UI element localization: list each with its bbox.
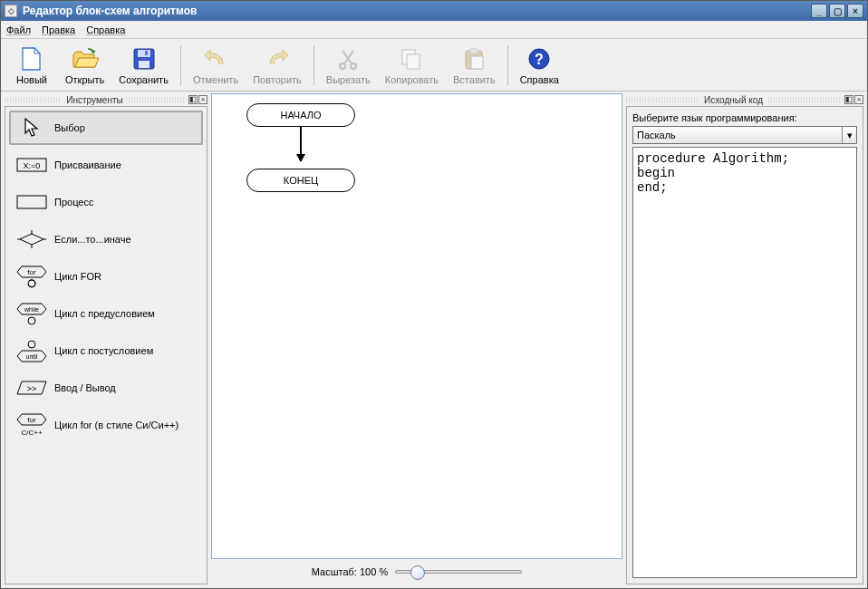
menu-file[interactable]: Файл	[6, 24, 31, 35]
code-panel-title: Исходный код	[699, 95, 768, 105]
redo-button[interactable]: Повторить	[246, 42, 308, 89]
svg-text:while: while	[24, 306, 39, 313]
minimize-button[interactable]: _	[811, 4, 827, 18]
flowchart-canvas[interactable]: НАЧАЛО КОНЕЦ	[211, 93, 622, 559]
scissors-icon	[334, 45, 362, 72]
paste-button[interactable]: Вставить	[447, 42, 502, 89]
panel-float-button[interactable]: ◧	[188, 95, 198, 104]
tool-process[interactable]: Процесс	[9, 185, 203, 219]
language-label: Выберите язык программирования:	[632, 112, 857, 123]
zoom-slider[interactable]	[395, 570, 522, 574]
io-icon: >>	[16, 379, 47, 397]
source-code-view[interactable]: procedure Algorithm; begin end;	[632, 147, 857, 578]
open-button[interactable]: Открыть	[59, 42, 111, 89]
help-icon: ?	[526, 45, 553, 72]
svg-rect-9	[470, 49, 477, 53]
paste-label: Вставить	[453, 74, 496, 85]
tool-until[interactable]: until Цикл с постусловием	[9, 333, 203, 368]
redo-label: Повторить	[253, 74, 302, 85]
app-icon: ◇	[5, 5, 17, 17]
decision-icon	[16, 230, 47, 248]
flow-node-end[interactable]: КОНЕЦ	[246, 169, 355, 192]
panel-close-button[interactable]: ×	[854, 95, 863, 104]
svg-marker-17	[20, 234, 43, 245]
zoom-label: Масштаб: 100 %	[312, 566, 388, 577]
for-c-icon: forC/C++	[16, 416, 47, 434]
svg-point-27	[28, 341, 35, 348]
copy-button[interactable]: Копировать	[379, 42, 445, 89]
panel-close-button[interactable]: ×	[198, 95, 207, 104]
menu-edit[interactable]: Правка	[42, 24, 75, 35]
tool-for[interactable]: for Цикл FOR	[9, 259, 203, 294]
canvas-panel: НАЧАЛО КОНЕЦ Масштаб: 100 %	[211, 93, 622, 584]
svg-text:until: until	[26, 353, 38, 360]
window-title: Редактор блок-схем алгоритмов	[23, 5, 811, 17]
svg-text:>>: >>	[27, 384, 37, 393]
for-loop-icon: for	[16, 267, 47, 285]
new-label: Новый	[16, 74, 47, 85]
tool-ifelse[interactable]: Если...то...иначе	[9, 222, 203, 256]
process-icon	[16, 193, 47, 211]
svg-point-4	[340, 63, 345, 69]
svg-text:?: ?	[535, 52, 544, 67]
tools-panel-header: Инструменты ◧ ×	[5, 93, 207, 106]
zoom-slider-thumb[interactable]	[410, 565, 425, 580]
tool-while[interactable]: while Цикл с предусловием	[9, 296, 203, 331]
help-label: Справка	[520, 74, 559, 85]
svg-rect-7	[407, 54, 420, 69]
menu-bar: Файл Правка Справка	[1, 21, 867, 39]
chevron-down-icon: ▾	[842, 127, 856, 143]
toolbar-separator	[507, 45, 508, 85]
zoom-bar: Масштаб: 100 %	[211, 559, 622, 584]
svg-rect-1	[138, 50, 150, 57]
toolbar: Новый Открыть Сохранить Отменить Повтори…	[1, 39, 867, 92]
svg-text:for: for	[27, 416, 36, 424]
toolbar-separator	[313, 45, 314, 85]
redo-icon	[264, 45, 291, 72]
save-button[interactable]: Сохранить	[112, 42, 175, 89]
undo-button[interactable]: Отменить	[187, 42, 245, 89]
new-button[interactable]: Новый	[6, 42, 57, 89]
svg-point-26	[28, 317, 35, 324]
tool-select[interactable]: Выбор	[9, 111, 203, 145]
undo-icon	[202, 45, 229, 72]
menu-help[interactable]: Справка	[86, 24, 125, 35]
cut-label: Вырезать	[326, 74, 371, 85]
save-label: Сохранить	[119, 74, 169, 85]
paste-icon	[460, 45, 487, 72]
code-panel-header: Исходный код ◧ ×	[626, 93, 863, 106]
close-button[interactable]: ×	[847, 4, 863, 18]
svg-text:C/C++: C/C++	[21, 429, 42, 437]
open-label: Открыть	[65, 74, 104, 85]
copy-icon	[398, 45, 425, 72]
open-folder-icon	[72, 45, 99, 72]
title-bar: ◇ Редактор блок-схем алгоритмов _ ▢ ×	[1, 1, 867, 21]
svg-text:for: for	[27, 268, 36, 276]
cut-button[interactable]: Вырезать	[320, 42, 377, 89]
tools-panel: Инструменты ◧ × Выбор X:=0 Присваивание	[5, 93, 207, 584]
save-disk-icon	[130, 45, 158, 72]
while-loop-icon: while	[16, 304, 47, 323]
until-loop-icon: until	[16, 342, 47, 360]
main-content: Инструменты ◧ × Выбор X:=0 Присваивание	[1, 92, 867, 588]
tool-assign[interactable]: X:=0 Присваивание	[9, 148, 203, 182]
maximize-button[interactable]: ▢	[829, 4, 845, 18]
cursor-icon	[16, 119, 47, 137]
tool-for-cstyle[interactable]: forC/C++ Цикл for (в стиле Си/Си++)	[9, 408, 203, 442]
copy-label: Копировать	[385, 74, 439, 85]
flow-node-start[interactable]: НАЧАЛО	[246, 103, 355, 127]
tool-io[interactable]: >> Ввод / Вывод	[9, 371, 203, 405]
svg-rect-15	[17, 196, 46, 208]
help-button[interactable]: ? Справка	[514, 42, 565, 89]
tools-panel-title: Инструменты	[61, 95, 128, 105]
svg-text:X:=0: X:=0	[24, 161, 41, 170]
panel-float-button[interactable]: ◧	[844, 95, 854, 104]
svg-point-5	[351, 63, 356, 69]
language-select[interactable]: Паскаль ▾	[632, 126, 857, 144]
language-selected: Паскаль	[637, 130, 676, 140]
code-panel: Исходный код ◧ × Выберите язык программи…	[626, 93, 863, 584]
toolbar-separator	[180, 45, 181, 85]
new-file-icon	[18, 45, 45, 72]
assign-icon: X:=0	[16, 156, 47, 174]
svg-rect-3	[145, 51, 148, 55]
